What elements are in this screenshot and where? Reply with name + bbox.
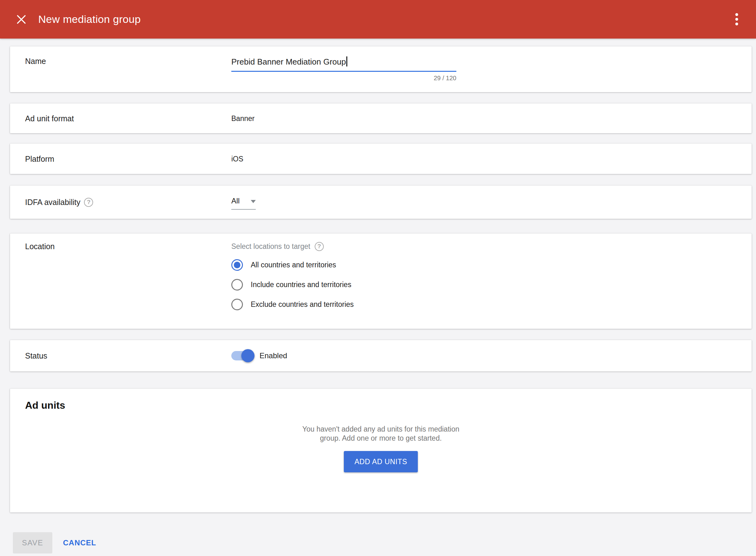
save-button[interactable]: SAVE: [13, 532, 53, 554]
status-toggle[interactable]: [231, 351, 253, 360]
location-label: Location: [25, 242, 231, 251]
ad-units-card: Ad units You haven't added any ad units …: [10, 389, 752, 513]
name-input[interactable]: Prebid Banner Mediation Group: [231, 57, 456, 72]
platform-card: Platform iOS: [10, 144, 752, 174]
close-button[interactable]: [14, 12, 28, 26]
empty-state-text-line2: group. Add one or more to get started.: [25, 434, 736, 443]
idfa-availability-card: IDFA availability ? All: [10, 185, 752, 219]
location-help-icon[interactable]: ?: [315, 242, 324, 251]
toggle-thumb: [241, 349, 254, 362]
radio-option-all-countries[interactable]: All countries and territories: [231, 259, 354, 271]
location-card: Location Select locations to target ? Al…: [10, 234, 752, 329]
overflow-menu-button[interactable]: [730, 8, 744, 30]
radio-option-label: Exclude countries and territories: [251, 300, 354, 309]
radio-selected-icon[interactable]: [231, 259, 243, 271]
name-input-value: Prebid Banner Mediation Group: [231, 57, 346, 66]
add-ad-units-button[interactable]: ADD AD UNITS: [344, 451, 418, 472]
page-title: New mediation group: [38, 13, 141, 25]
text-caret: [346, 57, 347, 66]
location-group-label: Select locations to target: [231, 242, 310, 251]
name-card: Name Prebid Banner Mediation Group 29 / …: [10, 46, 752, 92]
chevron-down-icon: [251, 200, 256, 203]
radio-unselected-icon[interactable]: [231, 279, 243, 290]
cancel-button[interactable]: CANCEL: [63, 532, 96, 554]
name-char-counter: 29 / 120: [231, 75, 456, 82]
idfa-help-icon[interactable]: ?: [84, 198, 93, 207]
empty-state-text-line1: You haven't added any ad units for this …: [25, 425, 736, 434]
new-mediation-group-page: New mediation group Name Prebid Banner M…: [0, 0, 756, 556]
close-icon: [16, 14, 27, 25]
radio-unselected-icon[interactable]: [231, 299, 243, 310]
radio-option-label: All countries and territories: [251, 261, 336, 269]
radio-option-exclude-countries[interactable]: Exclude countries and territories: [231, 299, 354, 310]
ad-units-title: Ad units: [25, 399, 736, 412]
status-card: Status Enabled: [10, 340, 752, 372]
platform-value: iOS: [231, 154, 243, 163]
name-label: Name: [25, 57, 231, 66]
appbar: New mediation group: [0, 0, 756, 39]
platform-label: Platform: [25, 154, 231, 164]
status-label: Status: [25, 351, 231, 360]
radio-option-include-countries[interactable]: Include countries and territories: [231, 279, 354, 290]
idfa-availability-label: IDFA availability: [25, 198, 80, 207]
idfa-selected-value: All: [231, 197, 240, 205]
kebab-menu-icon: [735, 13, 738, 25]
radio-option-label: Include countries and territories: [251, 280, 351, 289]
ad-unit-format-label: Ad unit format: [25, 114, 231, 123]
idfa-availability-select[interactable]: All: [231, 197, 256, 210]
ad-unit-format-value: Banner: [231, 114, 254, 123]
ad-unit-format-card: Ad unit format Banner: [10, 103, 752, 133]
status-value: Enabled: [260, 351, 287, 360]
ad-units-empty-state: You haven't added any ad units for this …: [25, 425, 736, 472]
